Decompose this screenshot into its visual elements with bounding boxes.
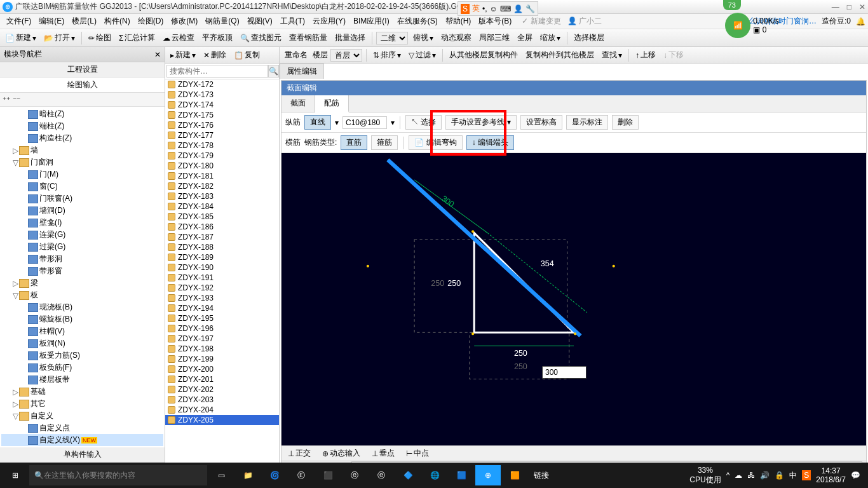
- tray-ime[interactable]: 中: [789, 470, 797, 481]
- et-up[interactable]: ↑ 上移: [633, 48, 658, 62]
- list-item[interactable]: ZDYX-188: [165, 242, 279, 252]
- cb-ortho[interactable]: ⊥ 正交: [285, 447, 313, 460]
- menu-edit[interactable]: 编辑(E): [35, 15, 68, 28]
- list-item[interactable]: ZDYX-198: [165, 344, 279, 354]
- tb-topview[interactable]: 俯视 ▾: [410, 31, 436, 44]
- tree-node[interactable]: 连梁(G): [1, 229, 163, 241]
- list-item[interactable]: ZDYX-176: [165, 120, 279, 130]
- tree-node[interactable]: 带形洞: [1, 253, 163, 265]
- et-copy-from[interactable]: 从其他楼层复制构件: [447, 48, 520, 62]
- task-link[interactable]: 链接: [534, 470, 549, 481]
- tb-fullscreen[interactable]: 全屏: [515, 31, 535, 44]
- tree-node[interactable]: ▷梁: [1, 277, 163, 289]
- task-app5[interactable]: 🔷: [395, 465, 421, 485]
- rb1-spec-input[interactable]: [342, 116, 387, 129]
- tb-find[interactable]: 🔍 查找图元: [238, 31, 284, 44]
- list-item[interactable]: ZDYX-201: [165, 374, 279, 384]
- tree-collapse-icon[interactable]: ⁻⁻: [13, 95, 20, 104]
- cb-perp[interactable]: ⊥ 垂点: [369, 447, 397, 460]
- ime-punct-icon[interactable]: •,: [482, 4, 487, 13]
- et-sort[interactable]: ⇅ 排序 ▾: [370, 48, 403, 62]
- list-item[interactable]: ZDYX-200: [165, 364, 279, 374]
- tab-rebar[interactable]: 配筋: [315, 95, 349, 112]
- tray-up-icon[interactable]: ^: [726, 471, 730, 480]
- tab-project-settings[interactable]: 工程设置: [0, 62, 165, 78]
- task-app4[interactable]: ⬛: [315, 465, 341, 485]
- tb-open[interactable]: 📂 打开 ▾: [41, 31, 78, 44]
- list-item[interactable]: ZDYX-173: [165, 90, 279, 100]
- rb2-edit-end[interactable]: ↓ 编辑端头: [466, 135, 514, 150]
- tree-node[interactable]: 端柱(Z): [1, 120, 163, 132]
- tree-node[interactable]: ▷墙: [1, 144, 163, 156]
- tree-node[interactable]: 门联窗(A): [1, 193, 163, 205]
- list-item[interactable]: ZDYX-196: [165, 323, 279, 334]
- et-down[interactable]: ↓ 下移: [661, 48, 686, 62]
- tab-section[interactable]: 截面: [281, 95, 315, 112]
- canvas-dim-input[interactable]: [542, 366, 587, 379]
- tb-draw[interactable]: ✏ 绘图: [86, 31, 114, 44]
- list-item[interactable]: ZDYX-174: [165, 100, 279, 110]
- tb-orbit[interactable]: 动态观察: [438, 31, 474, 44]
- task-current-app[interactable]: ⊕: [475, 465, 501, 485]
- list-item[interactable]: ZDYX-183: [165, 191, 279, 201]
- menu-extra2[interactable]: 👤 广小二: [567, 16, 602, 27]
- tree-node[interactable]: ▽板: [1, 289, 163, 301]
- tree-node[interactable]: 自定义点: [1, 422, 163, 434]
- search-input[interactable]: [166, 65, 268, 78]
- tb-select-floor[interactable]: 选择楼层: [571, 31, 607, 44]
- list-item[interactable]: ZDYX-189: [165, 252, 279, 262]
- tree-node[interactable]: 窗(C): [1, 180, 163, 193]
- rb1-line-dd[interactable]: ▾: [335, 118, 339, 127]
- list-item[interactable]: ZDYX-181: [165, 171, 279, 181]
- ime-s-icon[interactable]: S: [461, 4, 470, 14]
- et-find[interactable]: 查找 ▾: [599, 48, 625, 62]
- tray-net-icon[interactable]: 🖧: [747, 471, 755, 480]
- list-item[interactable]: ZDYX-184: [165, 201, 279, 212]
- menu-draw[interactable]: 绘图(D): [134, 15, 168, 28]
- list-item[interactable]: ZDYX-197: [165, 334, 279, 344]
- list-item[interactable]: ZDYX-204: [165, 405, 279, 415]
- property-tab[interactable]: 属性编辑: [280, 64, 324, 79]
- minimize-button[interactable]: —: [832, 3, 839, 11]
- task-ie[interactable]: ⓔ: [369, 465, 394, 485]
- list-item[interactable]: ZDYX-192: [165, 283, 279, 293]
- nav-panel-close[interactable]: ✕: [154, 50, 161, 59]
- tree-node[interactable]: 过梁(G): [1, 241, 163, 253]
- et-filter[interactable]: ▽ 过滤 ▾: [406, 48, 438, 62]
- tb-local3d[interactable]: 局部三维: [477, 31, 512, 44]
- task-app1[interactable]: 📁: [235, 465, 261, 485]
- start-button[interactable]: ⊞: [3, 465, 28, 485]
- cb-dyn-input[interactable]: ⊕ 动态输入: [320, 447, 363, 460]
- list-copy[interactable]: 📋 复制: [231, 48, 262, 62]
- tb-batch[interactable]: 批量选择: [332, 31, 368, 44]
- tree-node[interactable]: 板负筋(F): [1, 362, 163, 374]
- list-item[interactable]: ZDYX-194: [165, 303, 279, 313]
- menu-help[interactable]: 帮助(H): [442, 15, 475, 28]
- rb1-show-dim[interactable]: 显示标注: [566, 115, 608, 130]
- tb-align[interactable]: 平齐板顶: [200, 31, 235, 44]
- maximize-button[interactable]: □: [847, 3, 851, 11]
- list-item[interactable]: ZDYX-185: [165, 212, 279, 222]
- rb2-edit-hook[interactable]: 📄 编辑弯钩: [409, 135, 462, 150]
- et-rename[interactable]: 重命名: [282, 48, 310, 62]
- tree-node[interactable]: 带形窗: [1, 265, 163, 277]
- ime-wrench-icon[interactable]: 🔧: [526, 4, 535, 13]
- et-floor-select[interactable]: 首层: [330, 49, 362, 62]
- list-item[interactable]: ZDYX-172: [165, 79, 279, 90]
- rb1-manual-ref[interactable]: 手动设置参考线 ▾: [445, 115, 516, 130]
- task-view-icon[interactable]: ▭: [208, 465, 234, 485]
- tree-node[interactable]: 板受力筋(S): [1, 349, 163, 362]
- tb-cloud-check[interactable]: ☁ 云检查: [160, 31, 197, 44]
- tray-cloud-icon[interactable]: ☁: [735, 471, 742, 480]
- tree-node[interactable]: ▽自定义: [1, 410, 163, 422]
- tree-node[interactable]: 自定义线(X)NEW: [1, 434, 163, 446]
- rb1-spec-dd[interactable]: ▾: [391, 118, 395, 127]
- tray-clock[interactable]: 14:372018/6/7: [816, 466, 846, 484]
- tree-node[interactable]: 墙洞(D): [1, 205, 163, 217]
- component-list[interactable]: ZDYX-172ZDYX-173ZDYX-174ZDYX-175ZDYX-176…: [165, 79, 279, 478]
- task-app2[interactable]: 🌀: [262, 465, 287, 485]
- bell-icon[interactable]: 🔔: [856, 17, 865, 26]
- list-item[interactable]: ZDYX-182: [165, 181, 279, 191]
- tab-single-input[interactable]: 单构件输入: [0, 447, 165, 463]
- tb-view-rebar[interactable]: 查看钢筋量: [287, 31, 330, 44]
